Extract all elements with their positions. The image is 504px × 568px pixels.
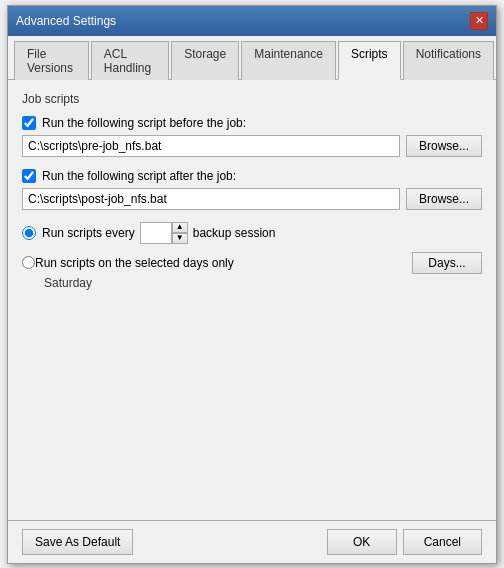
footer-right-buttons: OK Cancel: [327, 529, 482, 555]
pre-job-group: Run the following script before the job:…: [22, 116, 482, 157]
spinner-buttons: ▲ ▼: [172, 222, 188, 244]
pre-job-checkbox-row: Run the following script before the job:: [22, 116, 482, 130]
tab-acl-handling[interactable]: ACL Handling: [91, 41, 169, 80]
tab-scripts[interactable]: Scripts: [338, 41, 401, 80]
post-job-group: Run the following script after the job: …: [22, 169, 482, 210]
content-area: Job scripts Run the following script bef…: [8, 80, 496, 520]
run-every-suffix: backup session: [193, 226, 276, 240]
run-selected-days-row: Run scripts on the selected days only Da…: [22, 252, 482, 274]
post-job-input[interactable]: [22, 188, 400, 210]
cancel-button[interactable]: Cancel: [403, 529, 482, 555]
tab-storage[interactable]: Storage: [171, 41, 239, 80]
dialog-title: Advanced Settings: [16, 14, 116, 28]
post-job-label: Run the following script after the job:: [42, 169, 236, 183]
run-selected-days-radio[interactable]: [22, 256, 35, 269]
post-job-checkbox[interactable]: [22, 169, 36, 183]
spinner-input[interactable]: 1: [140, 222, 172, 244]
footer: Save As Default OK Cancel: [8, 520, 496, 563]
pre-job-checkbox[interactable]: [22, 116, 36, 130]
spinner-down-button[interactable]: ▼: [172, 233, 188, 244]
tab-maintenance[interactable]: Maintenance: [241, 41, 336, 80]
days-button[interactable]: Days...: [412, 252, 482, 274]
save-as-default-button[interactable]: Save As Default: [22, 529, 133, 555]
dialog: Advanced Settings ✕ File Versions ACL Ha…: [7, 5, 497, 564]
run-every-radio[interactable]: [22, 226, 36, 240]
post-job-input-row: Browse...: [22, 188, 482, 210]
run-selected-days-label: Run scripts on the selected days only: [35, 256, 412, 270]
pre-job-browse-button[interactable]: Browse...: [406, 135, 482, 157]
pre-job-label: Run the following script before the job:: [42, 116, 246, 130]
selected-days-sub-text: Saturday: [44, 276, 482, 290]
close-button[interactable]: ✕: [470, 12, 488, 30]
run-every-row: Run scripts every 1 ▲ ▼ backup session: [22, 222, 482, 244]
section-label: Job scripts: [22, 92, 482, 106]
tab-bar: File Versions ACL Handling Storage Maint…: [8, 36, 496, 80]
spinner-wrap: 1 ▲ ▼: [140, 222, 188, 244]
pre-job-input-row: Browse...: [22, 135, 482, 157]
run-selected-days-section: Run scripts on the selected days only Da…: [22, 252, 482, 290]
ok-button[interactable]: OK: [327, 529, 397, 555]
pre-job-input[interactable]: [22, 135, 400, 157]
run-every-prefix: Run scripts every: [42, 226, 135, 240]
post-job-checkbox-row: Run the following script after the job:: [22, 169, 482, 183]
spinner-up-button[interactable]: ▲: [172, 222, 188, 233]
tab-notifications[interactable]: Notifications: [403, 41, 494, 80]
tab-file-versions[interactable]: File Versions: [14, 41, 89, 80]
title-bar: Advanced Settings ✕: [8, 6, 496, 36]
post-job-browse-button[interactable]: Browse...: [406, 188, 482, 210]
